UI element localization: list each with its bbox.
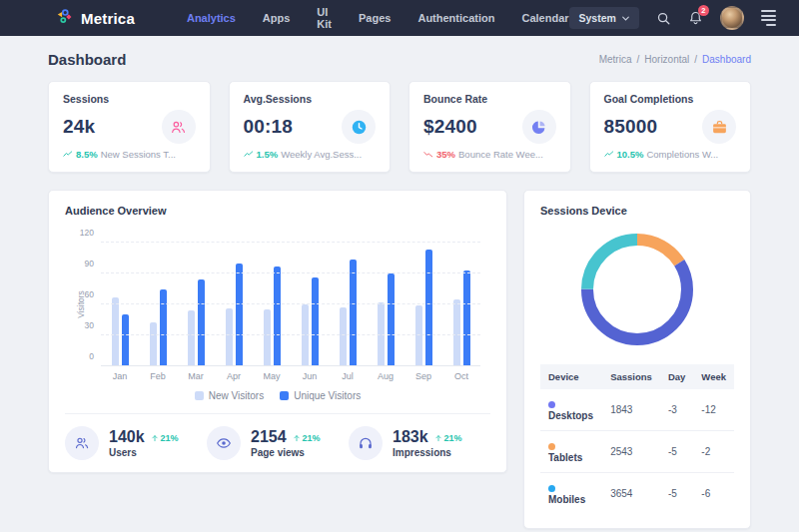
- stat-card-avg-sessions: Avg.Sessions 00:18 1.5% Weekly Avg.Sess.…: [229, 81, 392, 173]
- gridline: [101, 334, 480, 335]
- y-axis-tick: 30: [85, 320, 94, 330]
- nav-item-ui-kit[interactable]: UI Kit: [317, 6, 332, 30]
- users-icon: [65, 426, 99, 460]
- mini-stat-label: Impressions: [393, 447, 462, 458]
- stat-card-title: Avg.Sessions: [244, 93, 377, 105]
- bar-group-feb: [139, 243, 177, 366]
- stat-card-note: 1.5% Weekly Avg.Sess...: [244, 149, 377, 160]
- stat-card-bounce-rate: Bounce Rate $2400 35% Bounce Rate Wee...: [408, 81, 571, 173]
- mini-stat-impressions: 183k 21% Impressions: [349, 426, 490, 460]
- bar-group-jun: [291, 243, 329, 366]
- nav-item-apps[interactable]: Apps: [263, 12, 291, 24]
- brand-name: Metrica: [81, 10, 135, 27]
- mini-stat-delta: 21%: [434, 433, 462, 443]
- audience-mini-stats: 140k 21% Users 2154 21% Page views 183k: [65, 413, 490, 460]
- stat-card-title: Sessions: [63, 93, 196, 105]
- brand[interactable]: Metrica: [55, 7, 135, 30]
- bar-new-visitors: [226, 308, 233, 366]
- breadcrumb-horizontal[interactable]: Horizontal: [644, 54, 689, 65]
- stat-card-value: $2400: [423, 116, 477, 138]
- device-dot: [548, 443, 555, 450]
- system-dropdown-label: System: [579, 12, 616, 24]
- main-row: Audience Overview Visitors 0306090120 Ja…: [48, 190, 751, 529]
- legend-item-new-visitors[interactable]: New Visitors: [195, 390, 264, 401]
- bar-new-visitors: [188, 310, 195, 366]
- bar-new-visitors: [150, 322, 157, 366]
- eye-icon: [207, 426, 241, 460]
- device-dot: [548, 485, 555, 492]
- bar-new-visitors: [453, 299, 460, 366]
- main-nav: AnalyticsAppsUI KitPagesAuthenticationCa…: [187, 6, 569, 30]
- chart-legend: New Visitors Unique Visitors: [65, 390, 490, 401]
- sessions-device-card: Sessions Device DeviceSassionsDayWeek De…: [523, 190, 751, 529]
- mini-stat-value: 140k: [109, 428, 145, 446]
- users-icon: [162, 110, 196, 144]
- trend-up-icon: [244, 150, 254, 160]
- nav-item-analytics[interactable]: Analytics: [187, 12, 236, 24]
- clock-icon: [342, 110, 376, 144]
- mini-stat-label: Page views: [251, 447, 321, 458]
- breadcrumb-dashboard[interactable]: Dashboard: [702, 54, 751, 65]
- bar-unique-visitors: [312, 277, 319, 366]
- top-navbar: Metrica AnalyticsAppsUI KitPagesAuthenti…: [0, 0, 799, 36]
- mini-stat-delta: 21%: [293, 433, 321, 443]
- user-avatar[interactable]: [720, 6, 744, 30]
- trend-down-icon: [423, 150, 433, 160]
- notification-badge: 2: [698, 5, 709, 16]
- menu-toggle-icon[interactable]: [761, 10, 776, 26]
- bar-unique-visitors: [122, 314, 129, 366]
- stat-card-title: Goal Completions: [604, 93, 737, 105]
- briefcase-icon: [702, 110, 736, 144]
- nav-item-calendar[interactable]: Calendar: [521, 12, 568, 24]
- bar-new-visitors: [112, 297, 119, 366]
- bar-new-visitors: [340, 307, 347, 366]
- stat-card-goal-completions: Goal Completions 85000 10.5% Completions…: [589, 81, 752, 173]
- mini-stat-users: 140k 21% Users: [65, 426, 207, 460]
- x-axis-tick: Mar: [177, 371, 215, 381]
- device-dot: [548, 401, 555, 408]
- audience-overview-title: Audience Overview: [65, 205, 490, 217]
- x-axis-labels: JanFebMarAprMayJunJulAugSepOct: [101, 371, 480, 381]
- trend-up-icon: [604, 150, 614, 160]
- notifications-button[interactable]: 2: [688, 10, 703, 26]
- trend-up-icon: [63, 150, 73, 160]
- system-dropdown[interactable]: System: [569, 7, 639, 29]
- pie-icon: [522, 110, 556, 144]
- y-axis-tick: 0: [89, 351, 94, 361]
- device-table-header: DeviceSassionsDayWeek: [540, 364, 734, 389]
- stat-card-note: 35% Bounce Rate Wee...: [423, 149, 556, 160]
- bar-unique-visitors: [198, 279, 205, 366]
- bar-new-visitors: [302, 304, 309, 366]
- bar-unique-visitors: [463, 270, 470, 366]
- stat-card-sessions: Sessions 24k 8.5% New Sessions T...: [48, 81, 211, 173]
- dashboard-page: Metrica AnalyticsAppsUI KitPagesAuthenti…: [0, 0, 799, 532]
- x-axis-tick: Aug: [367, 371, 404, 381]
- breadcrumb-separator: /: [636, 54, 639, 65]
- gridline: [101, 272, 480, 273]
- bar-new-visitors: [415, 305, 422, 366]
- mini-stat-label: Users: [109, 447, 179, 458]
- x-axis-tick: May: [253, 371, 291, 381]
- audience-bar-chart: Visitors 0306090120: [101, 243, 480, 366]
- search-button[interactable]: [656, 11, 671, 26]
- audience-overview-card: Audience Overview Visitors 0306090120 Ja…: [48, 190, 507, 473]
- stat-card-title: Bounce Rate: [423, 93, 556, 105]
- bar-series: [101, 243, 480, 366]
- device-table: DeviceSassionsDayWeek Desktops 1843-3-12…: [540, 364, 734, 514]
- navbar-right: System 2: [569, 6, 776, 30]
- bar-new-visitors: [264, 309, 271, 366]
- stat-card-value: 85000: [604, 116, 658, 138]
- legend-item-unique-visitors[interactable]: Unique Visitors: [280, 390, 361, 401]
- breadcrumb-metrica[interactable]: Metrica: [599, 54, 632, 65]
- device-table-col-sassions: Sassions: [602, 364, 660, 389]
- x-axis-tick: Apr: [215, 371, 253, 381]
- stat-card-note: 8.5% New Sessions T...: [63, 149, 196, 160]
- gridline: [101, 242, 480, 243]
- nav-item-authentication[interactable]: Authentication: [417, 12, 494, 24]
- legend-swatch: [195, 391, 204, 400]
- gridline: [101, 303, 480, 304]
- mini-stat-value: 2154: [251, 428, 287, 446]
- x-axis-tick: Jun: [291, 371, 329, 381]
- sessions-device-title: Sessions Device: [540, 205, 734, 217]
- nav-item-pages[interactable]: Pages: [359, 12, 391, 24]
